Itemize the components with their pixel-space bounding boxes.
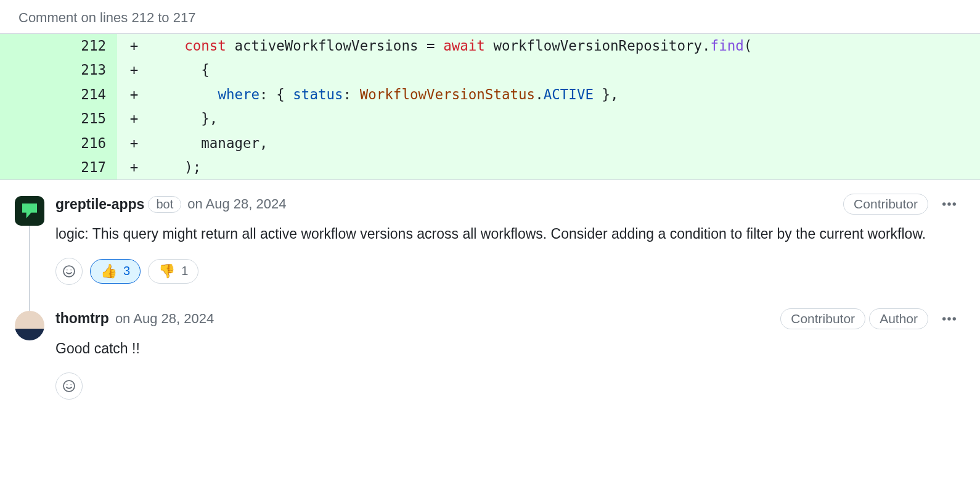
kebab-menu-icon[interactable] <box>937 197 962 212</box>
code-content[interactable]: }, <box>151 107 980 131</box>
comment-body-text: logic: This query might return all activ… <box>55 223 962 245</box>
svg-point-9 <box>63 380 75 392</box>
line-number[interactable]: 216 <box>0 131 117 155</box>
code-line[interactable]: 217+ ); <box>0 155 980 179</box>
code-line[interactable]: 212+ const activeWorkflowVersions = awai… <box>0 34 980 58</box>
role-badge: Contributor <box>843 194 928 215</box>
line-number[interactable]: 214 <box>0 83 117 107</box>
svg-point-6 <box>942 317 945 320</box>
timestamp[interactable]: on Aug 28, 2024 <box>115 311 214 327</box>
comment-meta: thomtrpon Aug 28, 2024ContributorAuthor <box>55 308 962 329</box>
comment-body-text: Good catch !! <box>55 338 962 360</box>
diff-marker: + <box>117 155 151 179</box>
svg-point-1 <box>947 203 950 206</box>
line-range-header[interactable]: Comment on lines 212 to 217 <box>0 0 980 33</box>
code-content[interactable]: { <box>151 58 980 82</box>
svg-point-7 <box>947 317 950 320</box>
add-reaction-button[interactable] <box>55 372 83 400</box>
add-reaction-button[interactable] <box>55 258 83 285</box>
comment-item: greptile-appsboton Aug 28, 2024Contribut… <box>0 180 980 295</box>
code-line[interactable]: 215+ }, <box>0 107 980 131</box>
reaction-pill[interactable]: 👎1 <box>148 259 198 284</box>
line-number[interactable]: 215 <box>0 107 117 131</box>
svg-point-5 <box>70 269 71 271</box>
svg-point-10 <box>67 384 68 385</box>
comment-meta: greptile-appsboton Aug 28, 2024Contribut… <box>55 194 962 215</box>
bot-badge: bot <box>148 196 181 213</box>
svg-point-8 <box>953 317 956 320</box>
reactions-bar <box>55 372 962 400</box>
code-content[interactable]: ); <box>151 155 980 179</box>
svg-point-4 <box>67 269 68 271</box>
reaction-count: 3 <box>123 264 130 278</box>
author-link[interactable]: thomtrp <box>55 310 109 327</box>
author-link[interactable]: greptile-apps <box>55 196 144 213</box>
code-content[interactable]: where: { status: WorkflowVersionStatus.A… <box>151 83 980 107</box>
code-line[interactable]: 216+ manager, <box>0 131 980 155</box>
line-number[interactable]: 217 <box>0 155 117 179</box>
bot-avatar[interactable] <box>15 196 44 226</box>
diff-marker: + <box>117 131 151 155</box>
role-badge: Contributor <box>780 308 865 329</box>
reactions-bar: 👍3👎1 <box>55 258 962 285</box>
svg-point-3 <box>63 266 75 277</box>
comment-item: thomtrpon Aug 28, 2024ContributorAuthorG… <box>0 295 980 409</box>
diff-marker: + <box>117 107 151 131</box>
code-content[interactable]: manager, <box>151 131 980 155</box>
code-line[interactable]: 214+ where: { status: WorkflowVersionSta… <box>0 83 980 107</box>
diff-marker: + <box>117 34 151 58</box>
diff-marker: + <box>117 58 151 82</box>
reaction-pill[interactable]: 👍3 <box>90 259 141 284</box>
reaction-count: 1 <box>181 264 188 278</box>
code-content[interactable]: const activeWorkflowVersions = await wor… <box>151 34 980 58</box>
kebab-menu-icon[interactable] <box>937 311 962 326</box>
code-line[interactable]: 213+ { <box>0 58 980 82</box>
svg-point-11 <box>70 384 71 385</box>
timestamp[interactable]: on Aug 28, 2024 <box>187 196 286 212</box>
svg-point-0 <box>942 203 945 206</box>
line-number[interactable]: 213 <box>0 58 117 82</box>
reaction-emoji: 👎 <box>158 263 175 279</box>
diff-code-block: 212+ const activeWorkflowVersions = awai… <box>0 33 980 180</box>
diff-marker: + <box>117 83 151 107</box>
reaction-emoji: 👍 <box>100 263 117 279</box>
role-badge: Author <box>869 308 928 329</box>
user-avatar[interactable] <box>15 311 44 340</box>
line-number[interactable]: 212 <box>0 34 117 58</box>
svg-point-2 <box>953 203 956 206</box>
